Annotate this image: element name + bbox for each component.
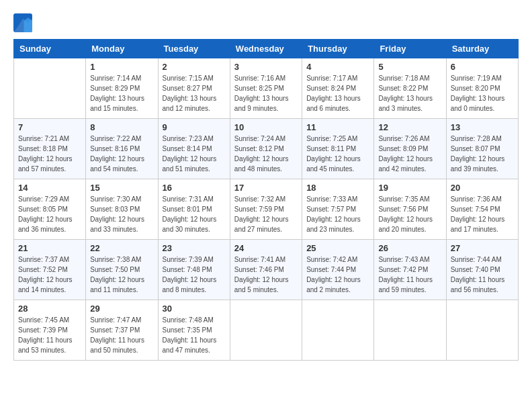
col-header-monday: Monday (86, 40, 158, 58)
calendar-header-row: SundayMondayTuesdayWednesdayThursdayFrid… (14, 40, 519, 58)
calendar-cell (374, 300, 446, 361)
day-number: 6 (451, 62, 514, 72)
calendar-cell: 12Sunrise: 7:26 AM Sunset: 8:09 PM Dayli… (374, 119, 446, 179)
calendar-cell: 6Sunrise: 7:19 AM Sunset: 8:20 PM Daylig… (446, 58, 518, 119)
calendar-cell: 26Sunrise: 7:43 AM Sunset: 7:42 PM Dayli… (374, 240, 446, 300)
day-number: 19 (378, 183, 441, 193)
day-info: Sunrise: 7:43 AM Sunset: 7:42 PM Dayligh… (378, 255, 441, 295)
calendar-cell: 30Sunrise: 7:48 AM Sunset: 7:35 PM Dayli… (158, 300, 230, 361)
day-number: 16 (163, 183, 226, 193)
calendar-cell: 3Sunrise: 7:16 AM Sunset: 8:25 PM Daylig… (230, 58, 302, 119)
calendar-cell: 27Sunrise: 7:44 AM Sunset: 7:40 PM Dayli… (446, 240, 518, 300)
calendar-cell: 2Sunrise: 7:15 AM Sunset: 8:27 PM Daylig… (158, 58, 230, 119)
day-info: Sunrise: 7:21 AM Sunset: 8:18 PM Dayligh… (18, 134, 81, 174)
calendar-cell: 10Sunrise: 7:24 AM Sunset: 8:12 PM Dayli… (230, 119, 302, 179)
day-info: Sunrise: 7:32 AM Sunset: 7:59 PM Dayligh… (234, 194, 298, 234)
day-info: Sunrise: 7:28 AM Sunset: 8:07 PM Dayligh… (451, 134, 514, 174)
calendar-cell: 21Sunrise: 7:37 AM Sunset: 7:52 PM Dayli… (14, 240, 86, 300)
day-number: 17 (234, 183, 298, 193)
day-info: Sunrise: 7:45 AM Sunset: 7:39 PM Dayligh… (18, 315, 81, 355)
day-info: Sunrise: 7:26 AM Sunset: 8:09 PM Dayligh… (378, 134, 441, 174)
day-number: 24 (234, 243, 298, 253)
page-header (13, 13, 519, 32)
day-number: 8 (90, 122, 153, 132)
calendar-cell: 16Sunrise: 7:31 AM Sunset: 8:01 PM Dayli… (158, 179, 230, 240)
day-info: Sunrise: 7:24 AM Sunset: 8:12 PM Dayligh… (234, 134, 298, 174)
day-number: 23 (163, 243, 226, 253)
day-info: Sunrise: 7:37 AM Sunset: 7:52 PM Dayligh… (18, 255, 81, 295)
day-number: 21 (18, 243, 81, 253)
logo-icon (13, 13, 32, 32)
day-info: Sunrise: 7:31 AM Sunset: 8:01 PM Dayligh… (163, 194, 226, 234)
day-number: 10 (234, 122, 298, 132)
calendar-cell: 4Sunrise: 7:17 AM Sunset: 8:24 PM Daylig… (302, 58, 374, 119)
calendar-table: SundayMondayTuesdayWednesdayThursdayFrid… (13, 39, 519, 361)
calendar-cell: 19Sunrise: 7:35 AM Sunset: 7:56 PM Dayli… (374, 179, 446, 240)
day-number: 28 (18, 304, 81, 314)
day-number: 1 (90, 62, 153, 72)
day-number: 9 (163, 122, 226, 132)
calendar-cell: 5Sunrise: 7:18 AM Sunset: 8:22 PM Daylig… (374, 58, 446, 119)
day-number: 20 (451, 183, 514, 193)
calendar-cell: 17Sunrise: 7:32 AM Sunset: 7:59 PM Dayli… (230, 179, 302, 240)
calendar-cell (230, 300, 302, 361)
day-number: 11 (306, 122, 369, 132)
day-info: Sunrise: 7:29 AM Sunset: 8:05 PM Dayligh… (18, 194, 81, 234)
day-number: 5 (378, 62, 441, 72)
day-number: 26 (378, 243, 441, 253)
day-number: 14 (18, 183, 81, 193)
day-number: 15 (90, 183, 153, 193)
calendar-cell: 18Sunrise: 7:33 AM Sunset: 7:57 PM Dayli… (302, 179, 374, 240)
day-info: Sunrise: 7:17 AM Sunset: 8:24 PM Dayligh… (306, 73, 369, 113)
calendar-cell: 28Sunrise: 7:45 AM Sunset: 7:39 PM Dayli… (14, 300, 86, 361)
week-row-3: 14Sunrise: 7:29 AM Sunset: 8:05 PM Dayli… (14, 179, 519, 240)
logo (13, 13, 35, 32)
calendar-cell: 24Sunrise: 7:41 AM Sunset: 7:46 PM Dayli… (230, 240, 302, 300)
col-header-friday: Friday (374, 40, 446, 58)
day-info: Sunrise: 7:33 AM Sunset: 7:57 PM Dayligh… (306, 194, 369, 234)
week-row-2: 7Sunrise: 7:21 AM Sunset: 8:18 PM Daylig… (14, 119, 519, 179)
day-number: 18 (306, 183, 369, 193)
day-number: 4 (306, 62, 369, 72)
day-info: Sunrise: 7:19 AM Sunset: 8:20 PM Dayligh… (451, 73, 514, 113)
calendar-cell: 23Sunrise: 7:39 AM Sunset: 7:48 PM Dayli… (158, 240, 230, 300)
calendar-cell: 11Sunrise: 7:25 AM Sunset: 8:11 PM Dayli… (302, 119, 374, 179)
col-header-sunday: Sunday (14, 40, 86, 58)
day-info: Sunrise: 7:14 AM Sunset: 8:29 PM Dayligh… (90, 73, 153, 113)
day-info: Sunrise: 7:42 AM Sunset: 7:44 PM Dayligh… (306, 255, 369, 295)
day-number: 29 (90, 304, 153, 314)
col-header-wednesday: Wednesday (230, 40, 302, 58)
calendar-cell (14, 58, 86, 119)
day-info: Sunrise: 7:30 AM Sunset: 8:03 PM Dayligh… (90, 194, 153, 234)
day-info: Sunrise: 7:23 AM Sunset: 8:14 PM Dayligh… (163, 134, 226, 174)
day-number: 25 (306, 243, 369, 253)
col-header-tuesday: Tuesday (158, 40, 230, 58)
calendar-cell: 25Sunrise: 7:42 AM Sunset: 7:44 PM Dayli… (302, 240, 374, 300)
day-info: Sunrise: 7:16 AM Sunset: 8:25 PM Dayligh… (234, 73, 298, 113)
day-number: 12 (378, 122, 441, 132)
day-number: 27 (451, 243, 514, 253)
day-info: Sunrise: 7:36 AM Sunset: 7:54 PM Dayligh… (451, 194, 514, 234)
calendar-cell: 15Sunrise: 7:30 AM Sunset: 8:03 PM Dayli… (86, 179, 158, 240)
calendar-cell: 29Sunrise: 7:47 AM Sunset: 7:37 PM Dayli… (86, 300, 158, 361)
day-info: Sunrise: 7:38 AM Sunset: 7:50 PM Dayligh… (90, 255, 153, 295)
day-info: Sunrise: 7:25 AM Sunset: 8:11 PM Dayligh… (306, 134, 369, 174)
day-info: Sunrise: 7:18 AM Sunset: 8:22 PM Dayligh… (378, 73, 441, 113)
day-number: 22 (90, 243, 153, 253)
day-number: 30 (163, 304, 226, 314)
day-info: Sunrise: 7:39 AM Sunset: 7:48 PM Dayligh… (163, 255, 226, 295)
day-number: 3 (234, 62, 298, 72)
day-info: Sunrise: 7:48 AM Sunset: 7:35 PM Dayligh… (163, 315, 226, 355)
day-info: Sunrise: 7:35 AM Sunset: 7:56 PM Dayligh… (378, 194, 441, 234)
week-row-1: 1Sunrise: 7:14 AM Sunset: 8:29 PM Daylig… (14, 58, 519, 119)
calendar-cell (446, 300, 518, 361)
day-info: Sunrise: 7:41 AM Sunset: 7:46 PM Dayligh… (234, 255, 298, 295)
calendar-cell: 1Sunrise: 7:14 AM Sunset: 8:29 PM Daylig… (86, 58, 158, 119)
day-number: 13 (451, 122, 514, 132)
calendar-cell (302, 300, 374, 361)
calendar-cell: 20Sunrise: 7:36 AM Sunset: 7:54 PM Dayli… (446, 179, 518, 240)
col-header-thursday: Thursday (302, 40, 374, 58)
week-row-5: 28Sunrise: 7:45 AM Sunset: 7:39 PM Dayli… (14, 300, 519, 361)
calendar-cell: 8Sunrise: 7:22 AM Sunset: 8:16 PM Daylig… (86, 119, 158, 179)
day-number: 7 (18, 122, 81, 132)
